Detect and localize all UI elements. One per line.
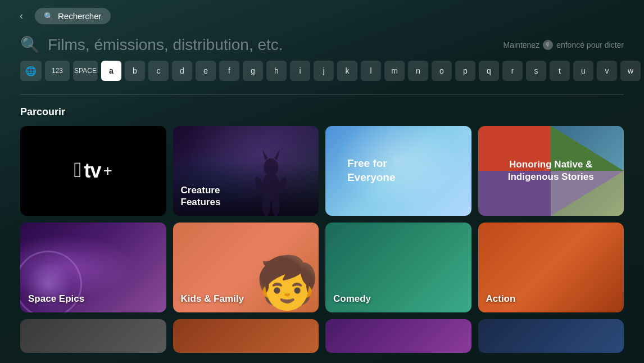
creature-svg [231, 135, 311, 216]
tile-label-native: Honoring Native & Indigenous Stories [489, 158, 613, 183]
tile-label-action: Action [486, 293, 516, 305]
browse-section: Parcourir  tv + [0, 101, 644, 353]
tile-bottom-3[interactable] [325, 319, 471, 353]
search-pill[interactable]: 🔍 Rechercher [35, 8, 111, 24]
key-n[interactable]: n [408, 61, 428, 81]
key-g[interactable]: g [243, 61, 263, 81]
tile-creature-features[interactable]: CreatureFeatures [173, 126, 319, 216]
tile-honoring-native[interactable]: Honoring Native & Indigenous Stories [478, 126, 624, 216]
tile-label-space: Space Epics [28, 293, 84, 305]
tile-action[interactable]: Action [478, 223, 624, 312]
tile-space-epics[interactable]: Space Epics [20, 223, 166, 312]
tile-appletv[interactable]:  tv + [20, 126, 166, 216]
search-pill-label: Rechercher [58, 11, 102, 21]
tile-label-free: Free forEveryone [347, 157, 450, 184]
key-s[interactable]: s [526, 61, 546, 81]
appletv-logo:  tv + [74, 159, 112, 183]
tile-bottom-1[interactable] [20, 319, 166, 353]
key-space[interactable]: SPACE [73, 61, 98, 81]
search-icon-large: 🔍 [20, 35, 40, 54]
keyboard-row: 🌐 123 SPACE a b c d e f g h i j k l m n … [20, 61, 624, 81]
divider [20, 94, 624, 95]
browse-grid:  tv + [20, 126, 624, 312]
key-l[interactable]: l [361, 61, 381, 81]
key-c[interactable]: c [148, 61, 169, 81]
search-icon: 🔍 [44, 12, 53, 21]
tv-plus: + [103, 162, 112, 180]
key-r[interactable]: r [502, 61, 523, 81]
mic-icon: 🎙 [543, 40, 553, 50]
back-button[interactable]: ‹ [13, 8, 29, 24]
top-bar: ‹ 🔍 Rechercher [0, 0, 644, 32]
key-k[interactable]: k [337, 61, 357, 81]
key-p[interactable]: p [455, 61, 475, 81]
kids-character: 🧒 [256, 253, 319, 312]
tile-free-for-everyone[interactable]: Free forEveryone [325, 126, 471, 216]
key-e[interactable]: e [196, 61, 216, 81]
tile-label-comedy: Comedy [333, 293, 371, 305]
search-bar: 🔍 Films, émissions, distribution, etc. M… [0, 32, 644, 61]
svg-point-7 [272, 196, 280, 216]
dictation-suffix: enfoncé pour dicter [556, 40, 624, 49]
key-a[interactable]: a [101, 61, 121, 81]
tile-kids-family[interactable]: 🧒 Kids & Family [173, 223, 319, 312]
key-123[interactable]: 123 [45, 61, 70, 81]
key-o[interactable]: o [432, 61, 452, 81]
svg-marker-3 [274, 149, 280, 160]
tile-label-kids: Kids & Family [181, 293, 244, 305]
browse-grid-row3 [20, 319, 624, 353]
key-i[interactable]: i [290, 61, 310, 81]
search-input-area[interactable]: 🔍 Films, émissions, distribution, etc. [20, 35, 283, 54]
key-j[interactable]: j [314, 61, 334, 81]
key-globe[interactable]: 🌐 [20, 61, 42, 81]
key-m[interactable]: m [384, 61, 405, 81]
key-u[interactable]: u [573, 61, 593, 81]
key-v[interactable]: v [597, 61, 617, 81]
apple-symbol:  [74, 159, 82, 180]
dictation-hint: Maintenez 🎙 enfoncé pour dicter [504, 40, 624, 50]
key-h[interactable]: h [266, 61, 287, 81]
browse-title: Parcourir [20, 106, 624, 118]
tile-bottom-4[interactable] [478, 319, 624, 353]
tv-text: tv [84, 159, 101, 183]
svg-marker-2 [262, 149, 268, 160]
svg-point-6 [262, 196, 270, 216]
search-placeholder: Films, émissions, distribution, etc. [48, 36, 283, 54]
keyboard: 🌐 123 SPACE a b c d e f g h i j k l m n … [0, 61, 644, 89]
key-b[interactable]: b [125, 61, 145, 81]
tile-comedy[interactable]: Comedy [325, 223, 471, 312]
key-q[interactable]: q [479, 61, 499, 81]
key-d[interactable]: d [172, 61, 192, 81]
tile-bottom-2[interactable] [173, 319, 319, 353]
key-f[interactable]: f [219, 61, 239, 81]
key-t[interactable]: t [550, 61, 570, 81]
tile-label-creature: CreatureFeatures [181, 184, 221, 208]
key-w[interactable]: w [620, 61, 641, 81]
svg-point-1 [264, 158, 279, 176]
dictation-hint-text: Maintenez [504, 40, 540, 49]
